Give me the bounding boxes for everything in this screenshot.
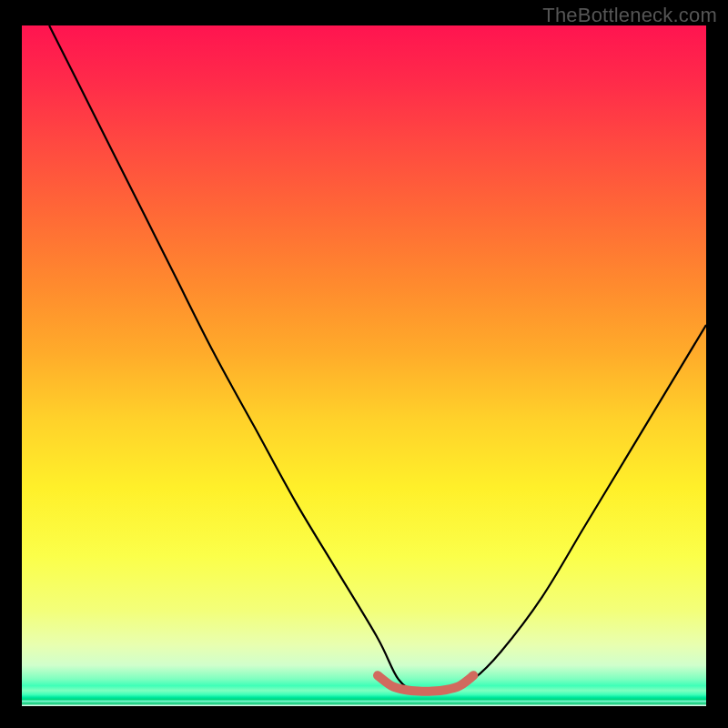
chart-frame: TheBottleneck.com [0, 0, 728, 728]
chart-svg [22, 25, 706, 706]
plot-area [22, 25, 706, 706]
plot-background [22, 25, 706, 706]
bottleneck-curve [49, 25, 706, 694]
minimum-band [378, 675, 473, 691]
watermark-text: TheBottleneck.com [542, 4, 717, 27]
